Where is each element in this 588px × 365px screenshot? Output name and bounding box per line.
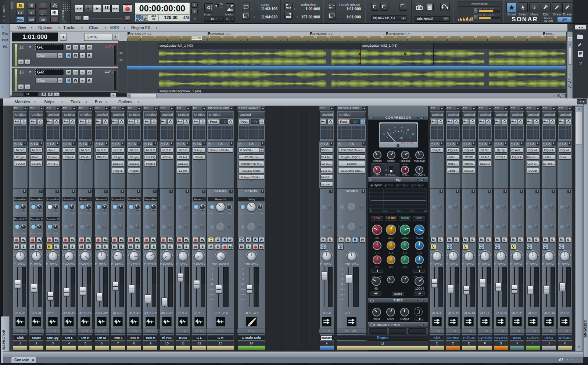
svg-text:20: 20 [412, 133, 415, 135]
svg-text:12: 12 [401, 126, 404, 129]
svg-text:dB: dB [399, 136, 403, 140]
svg-text:8: 8 [394, 126, 396, 129]
svg-text:0: 0 [383, 133, 385, 135]
svg-text:4: 4 [388, 129, 390, 131]
svg-text:16: 16 [407, 129, 409, 131]
